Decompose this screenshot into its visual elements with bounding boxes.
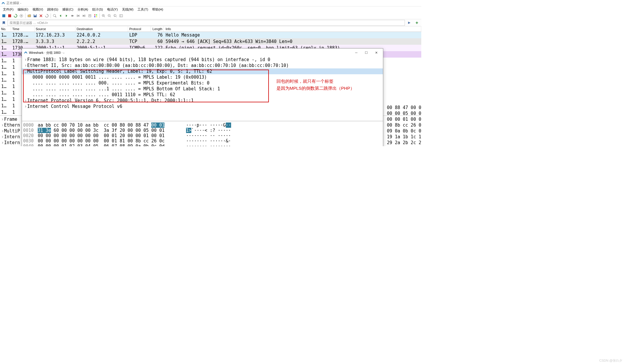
minimize-icon[interactable]: ─	[351, 50, 361, 56]
tree-line[interactable]: ›Internet Control Message Protocol v6	[22, 103, 383, 109]
packet-row[interactable]: 1…1	[0, 64, 22, 70]
menu-view[interactable]: 视图(V)	[31, 7, 45, 12]
menu-edit[interactable]: 编辑(E)	[16, 7, 30, 12]
zoom-out-icon[interactable]	[107, 13, 112, 18]
svg-marker-2	[16, 14, 16, 15]
tree-line[interactable]: ⌄MultiProtocol Label Switching Header, L…	[22, 68, 383, 74]
menu-statistics[interactable]: 统计(S)	[90, 7, 105, 12]
goto-last-icon[interactable]	[81, 13, 87, 18]
menu-tools[interactable]: 工具(T)	[136, 7, 150, 12]
packet-row[interactable]: 1…1	[0, 90, 22, 96]
svg-marker-7	[47, 14, 47, 15]
display-filter-input[interactable]	[8, 20, 405, 26]
popup-title: Wireshark · 分组 1883 · -	[29, 51, 64, 55]
hex-fragment: 00 88 47 00 0	[387, 105, 421, 111]
filter-bar	[0, 19, 421, 26]
svg-rect-21	[96, 14, 97, 15]
tree-line[interactable]: ›Ethernet II, Src: aa:bb:cc:00:80:00 (aa…	[22, 63, 383, 68]
hex-row[interactable]: 003000 00 00 00 00 00 00 00 00 01 81 00 …	[22, 138, 383, 144]
menu-go[interactable]: 跳转(G)	[45, 7, 60, 12]
filter-add-icon[interactable]	[414, 20, 420, 26]
main-hex-partial: 00 88 47 00 000 00 05 00 000 00 01 00 00…	[387, 105, 421, 146]
annotation-text: 回包的时候，就只有一个标签 是因为MPLS的倒数第二跳弹出（PHP）	[276, 78, 355, 92]
start-capture-icon[interactable]	[1, 13, 6, 18]
menu-file[interactable]: 文件(F)	[1, 7, 15, 12]
packet-list-header: No. Time Source Destination Protocol Len…	[0, 26, 421, 32]
svg-rect-20	[94, 14, 95, 15]
save-file-icon[interactable]	[32, 13, 38, 18]
hex-fragment: 09 0a 0b 0c 0	[387, 128, 421, 134]
close-file-icon[interactable]	[38, 13, 44, 18]
popup-detail-tree: 回包的时候，就只有一个标签 是因为MPLS的倒数第二跳弹出（PHP） ›Fram…	[22, 57, 383, 121]
filter-apply-icon[interactable]	[406, 20, 412, 26]
hex-row[interactable]: 002000 00 00 00 00 00 00 00 00 01 20 00 …	[22, 133, 383, 138]
hex-fragment: 29 2a 2b 2c 2	[387, 140, 421, 146]
menubar: 文件(F) 编辑(E) 视图(V) 跳转(G) 捕获(C) 分析(A) 统计(S…	[0, 6, 421, 12]
svg-text:1: 1	[114, 15, 115, 17]
packet-row[interactable]: 1…1	[0, 103, 22, 109]
resize-cols-icon[interactable]	[118, 13, 124, 18]
col-info[interactable]: Info	[164, 26, 421, 32]
packet-row[interactable]: 1…1728.…172.16.23.3224.0.0.2LDP76Hello M…	[0, 32, 421, 38]
find-icon[interactable]	[52, 13, 57, 18]
tree-line[interactable]: ›Frame 1883: 118 bytes on wire (944 bits…	[22, 57, 383, 63]
hex-fragment: 19 1a 1b 1c 1	[387, 134, 421, 140]
col-no[interactable]: No.	[0, 26, 11, 32]
menu-wireless[interactable]: 无线(W)	[120, 7, 135, 12]
col-len[interactable]: Length	[151, 26, 164, 32]
menu-analyze[interactable]: 分析(A)	[76, 7, 90, 12]
filter-bookmark-icon[interactable]	[1, 20, 6, 25]
zoom-in-icon[interactable]	[101, 13, 106, 18]
svg-marker-11	[66, 15, 67, 17]
menu-help[interactable]: 帮助(H)	[150, 7, 165, 12]
packet-row[interactable]: 1…1	[0, 109, 22, 115]
toolbar-separator	[99, 13, 100, 18]
jump-icon[interactable]	[70, 13, 75, 18]
wireshark-icon	[1, 1, 5, 5]
main-title: 正在捕获 -	[6, 1, 21, 5]
svg-line-32	[116, 16, 117, 17]
maximize-icon[interactable]: ☐	[361, 50, 371, 56]
packet-row[interactable]: 1…1728.…3.3.3.32.2.2.2TCP6059449 → 646 […	[0, 38, 421, 45]
hex-row[interactable]: 001031 3e 60 00 00 00 00 3c 3a 3f 20 00 …	[22, 128, 383, 133]
open-file-icon[interactable]	[27, 13, 32, 18]
packet-row[interactable]: 1…1	[0, 83, 22, 90]
goto-first-icon[interactable]	[75, 13, 81, 18]
svg-rect-22	[94, 16, 95, 17]
hex-fragment: 00 00 05 00 0	[387, 111, 421, 116]
col-proto[interactable]: Protocol	[128, 26, 151, 32]
wireshark-icon	[24, 51, 28, 55]
col-src[interactable]: Source	[35, 26, 75, 32]
hex-fragment: 00 8b cc 26 0	[387, 122, 421, 128]
packet-row[interactable]: 1…1	[0, 70, 22, 77]
svg-marker-10	[60, 15, 61, 17]
packet-row[interactable]: 1…1	[0, 58, 22, 64]
tree-line[interactable]: .... .... .... .... .... .... 0011 1110 …	[22, 92, 383, 98]
colorize-icon[interactable]	[93, 13, 98, 18]
packet-row[interactable]: 1…1	[0, 96, 22, 103]
col-dst[interactable]: Destination	[75, 26, 128, 32]
svg-line-9	[55, 16, 56, 17]
svg-line-29	[110, 16, 111, 17]
svg-point-4	[21, 15, 22, 16]
tree-line[interactable]: ›Internet Protocol Version 6, Src: 2000:…	[22, 98, 383, 103]
zoom-reset-icon[interactable]: 1	[113, 13, 118, 18]
packet-row[interactable]: 1…1	[0, 77, 22, 83]
restart-capture-icon[interactable]	[13, 13, 18, 18]
stop-capture-icon[interactable]	[7, 13, 12, 18]
prev-icon[interactable]	[58, 13, 63, 18]
capture-options-icon[interactable]	[19, 13, 24, 18]
autoscroll-icon[interactable]	[87, 13, 92, 18]
main-window: 正在捕获 - 文件(F) 编辑(E) 视图(V) 跳转(G) 捕获(C) 分析(…	[0, 0, 421, 146]
close-icon[interactable]: ✕	[371, 50, 381, 56]
main-titlebar: 正在捕获 -	[0, 0, 421, 6]
hex-row[interactable]: 0000aa bb cc 00 70 10 aa bb cc 00 80 00 …	[22, 123, 383, 128]
hex-row[interactable]: 004000 00 00 01 02 03 04 05 06 07 08 09 …	[22, 144, 383, 146]
reload-icon[interactable]	[44, 13, 49, 18]
popup-titlebar[interactable]: Wireshark · 分组 1883 · - ─ ☐ ✕	[22, 49, 383, 57]
menu-telephony[interactable]: 电话(Y)	[105, 7, 120, 12]
hex-fragment: 00 00 01 00 0	[387, 116, 421, 122]
menu-capture[interactable]: 捕获(C)	[61, 7, 75, 12]
next-icon[interactable]	[64, 13, 69, 18]
col-time[interactable]: Time	[11, 26, 35, 32]
